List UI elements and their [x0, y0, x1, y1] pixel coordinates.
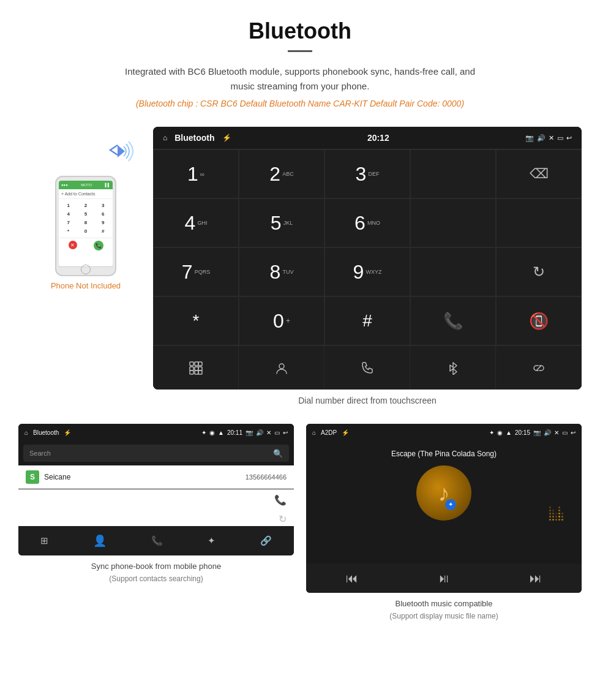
window-icon[interactable]: ▭: [557, 134, 563, 142]
music-body: Escape (The Pina Colada Song) ♪ ✦: [306, 441, 582, 563]
screen-title: Bluetooth: [174, 133, 214, 143]
pb-person-icon[interactable]: 👤: [93, 534, 107, 548]
svg-point-9: [279, 364, 284, 369]
pb-title: Bluetooth: [33, 429, 59, 436]
pb-bluetooth-icon[interactable]: ✦: [208, 535, 216, 546]
dial-bottom-contacts[interactable]: [239, 346, 324, 390]
dial-call-button[interactable]: 📞: [410, 296, 496, 345]
dial-key-9[interactable]: 9WXYZ: [324, 247, 410, 296]
usb-icon: ⚡: [222, 134, 231, 142]
phonebook-search-bar[interactable]: Search 🔍: [23, 445, 289, 462]
dial-bottom-bluetooth[interactable]: [410, 346, 496, 390]
svg-rect-7: [195, 371, 198, 374]
dial-key-4[interactable]: 4GHI: [153, 198, 239, 247]
middle-section: ●●●MOTO▌▌ + Add to Contacts 123 456 789 …: [0, 121, 600, 412]
volume-icon[interactable]: 🔊: [537, 134, 546, 142]
pb-time: 20:11: [227, 429, 242, 436]
header-description: Integrated with BC6 Bluetooth module, su…: [116, 64, 484, 94]
phone-home-bar: [59, 266, 113, 271]
pb-empty-space: 📞 ↻: [18, 489, 294, 526]
phone-area: ●●●MOTO▌▌ + Add to Contacts 123 456 789 …: [18, 127, 153, 290]
pb-phone-icon[interactable]: 📞: [151, 535, 163, 546]
car-screen-area: ⌂ Bluetooth ⚡ 20:12 📷 🔊 ✕ ▭ ↩ 1∞: [153, 127, 582, 405]
pb-caption-sub: (Support contacts searching): [109, 574, 203, 583]
home-icon[interactable]: ⌂: [163, 134, 167, 142]
bluetooth-signal: [98, 133, 135, 172]
camera-icon[interactable]: 📷: [525, 134, 534, 142]
bottom-section: ⌂ Bluetooth ⚡ ✦◉▲ 20:11 📷🔊✕▭↩ Search 🔍 S…: [0, 412, 600, 640]
svg-rect-0: [190, 362, 193, 366]
header-specs: (Bluetooth chip : CSR BC6 Default Blueto…: [37, 99, 563, 108]
phone-screen: ●●●MOTO▌▌ + Add to Contacts 123 456 789 …: [59, 181, 113, 266]
search-placeholder: Search: [29, 450, 273, 457]
dial-key-5[interactable]: 5JKL: [239, 198, 324, 247]
phone-bottom-bar: ✕ 📞: [59, 238, 113, 253]
dial-key-1[interactable]: 1∞: [153, 149, 239, 198]
back-icon[interactable]: ↩: [566, 134, 572, 142]
status-right-icons: 📷 🔊 ✕ ▭ ↩: [525, 134, 572, 142]
phonebook-status-bar: ⌂ Bluetooth ⚡ ✦◉▲ 20:11 📷🔊✕▭↩: [18, 424, 294, 441]
dial-bottom-link[interactable]: [496, 346, 582, 390]
dial-cell-empty-3: [496, 198, 582, 247]
music-album-area: ♪ ✦: [312, 465, 576, 521]
contact-name: Seicane: [44, 473, 246, 481]
phone-dial-grid: 123 456 789 *0#: [59, 199, 113, 238]
pb-grid-icon[interactable]: ⊞: [40, 535, 48, 546]
svg-rect-5: [198, 367, 202, 371]
phone-call-icon: 📞: [94, 241, 103, 250]
svg-rect-8: [198, 371, 202, 374]
status-time: 20:12: [367, 133, 389, 143]
phonebook-item: ⌂ Bluetooth ⚡ ✦◉▲ 20:11 📷🔊✕▭↩ Search 🔍 S…: [18, 424, 294, 622]
music-status-bar: ⌂ A2DP ⚡ ✦◉▲ 20:15 📷🔊✕▭↩: [306, 424, 582, 441]
pb-call-icon[interactable]: 📞: [274, 494, 287, 506]
car-dial-screen: ⌂ Bluetooth ⚡ 20:12 📷 🔊 ✕ ▭ ↩ 1∞: [153, 127, 582, 390]
dial-key-3[interactable]: 3DEF: [324, 149, 410, 198]
phone-mockup: ●●●MOTO▌▌ + Add to Contacts 123 456 789 …: [55, 176, 116, 276]
music-home-icon[interactable]: ⌂: [312, 429, 316, 436]
next-track-icon[interactable]: ⏭: [530, 571, 542, 585]
pb-caption-text: Sync phone-book from mobile phone: [91, 562, 221, 571]
dial-hangup-button[interactable]: 📵: [496, 296, 582, 345]
music-usb-icon: ⚡: [342, 429, 349, 436]
phonebook-caption: Sync phone-book from mobile phone (Suppo…: [91, 560, 221, 584]
dial-key-2[interactable]: 2ABC: [239, 149, 324, 198]
album-art: ♪ ✦: [416, 465, 471, 521]
dial-refresh[interactable]: ↻: [496, 247, 582, 296]
pb-status-left: ⌂ Bluetooth ⚡: [24, 429, 71, 436]
music-controls: ⏮ ⏯ ⏭: [306, 563, 582, 593]
pb-link-icon[interactable]: 🔗: [260, 535, 272, 546]
prev-track-icon[interactable]: ⏮: [346, 571, 358, 585]
dial-key-hash[interactable]: #: [324, 296, 410, 345]
dial-key-star[interactable]: *: [153, 296, 239, 345]
pb-refresh-icon[interactable]: ↻: [279, 513, 287, 525]
phonebook-bottom-bar: ⊞ 👤 📞 ✦ 🔗: [18, 526, 294, 555]
dial-key-8[interactable]: 8TUV: [239, 247, 324, 296]
search-icon[interactable]: 🔍: [273, 449, 283, 458]
svg-rect-1: [195, 362, 198, 366]
dial-key-7[interactable]: 7PQRS: [153, 247, 239, 296]
dial-bottom-phone[interactable]: [324, 346, 410, 390]
music-source: A2DP: [321, 429, 337, 436]
dial-key-6[interactable]: 6MNO: [324, 198, 410, 247]
status-left: ⌂ Bluetooth ⚡: [163, 133, 231, 143]
phone-not-included-label: Phone Not Included: [51, 281, 121, 290]
svg-rect-2: [198, 362, 202, 366]
song-title: Escape (The Pina Colada Song): [391, 450, 497, 458]
page-title: Bluetooth: [37, 18, 563, 44]
contact-number: 13566664466: [246, 473, 287, 481]
play-pause-icon[interactable]: ⏯: [438, 571, 450, 585]
pb-side-icons: 📞 ↻: [18, 489, 294, 530]
music-status-left: ⌂ A2DP ⚡: [312, 429, 349, 436]
dial-pad: 1∞ 2ABC 3DEF ⌫ 4GHI 5JKL: [153, 149, 582, 345]
pb-home-icon[interactable]: ⌂: [24, 429, 28, 436]
dial-backspace[interactable]: ⌫: [496, 149, 582, 198]
close-icon[interactable]: ✕: [549, 134, 554, 142]
contact-row[interactable]: S Seicane 13566664466: [18, 465, 294, 489]
music-item: ⌂ A2DP ⚡ ✦◉▲ 20:15 📷🔊✕▭↩ Escape (The Pin…: [306, 424, 582, 622]
dial-bottom-grid[interactable]: [153, 346, 239, 390]
svg-rect-3: [190, 367, 193, 371]
dial-caption: Dial number direct from touchscreen: [298, 396, 437, 405]
dial-key-0[interactable]: 0+: [239, 296, 324, 345]
header-divider: [288, 50, 312, 52]
page-header: Bluetooth Integrated with BC6 Bluetooth …: [0, 0, 600, 121]
